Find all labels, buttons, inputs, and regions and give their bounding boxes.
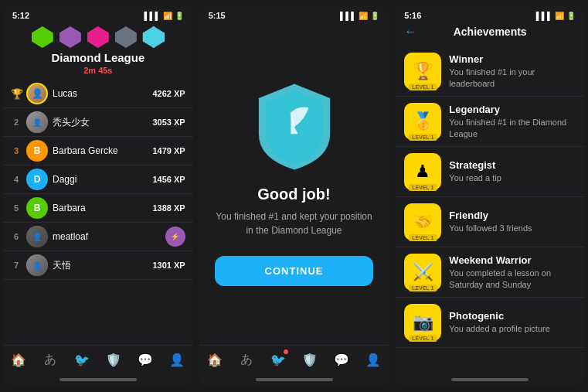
back-button[interactable]: ← <box>404 25 416 39</box>
time-2: 5:15 <box>209 11 226 20</box>
status-bar-3: 5:16 ▌▌▌ 📶 🔋 <box>395 6 585 22</box>
bottom-nav-1: 🏠 あ 🐦 🛡️ 💬 👤 <box>3 345 193 375</box>
list-item: 🏆 LEVEL 1 Winner You finished #1 in your… <box>395 46 585 97</box>
status-icons-3: ▌▌▌ 📶 🔋 <box>536 12 576 20</box>
ach-desc-legendary: You finished #1 in the Diamond League <box>449 117 576 139</box>
gem-gray <box>115 26 137 48</box>
status-icons-2: ▌▌▌ 📶 🔋 <box>340 12 379 20</box>
leaderboard: 🏆 👤 Lucas 4262 XP 2 👤 秃头少女 3053 XP 3 B B… <box>3 80 193 345</box>
list-item: ♟ LEVEL 1 Strategist You read a tip <box>395 147 585 197</box>
status-bar-1: 5:12 ▌▌▌ 📶 🔋 <box>3 6 193 22</box>
ach-desc-photogenic: You added a profile picture <box>449 323 576 334</box>
xp-1: 4262 XP <box>152 89 185 98</box>
level-tag-legendary: LEVEL 1 <box>409 134 437 141</box>
table-row: 2 👤 秃头少女 3053 XP <box>3 108 193 137</box>
table-row: 6 👤 meatloaf ⚡ <box>3 223 193 251</box>
home-indicator-1 <box>59 378 137 381</box>
ach-desc-strategist: You read a tip <box>449 172 576 183</box>
avatar-5: B <box>26 197 48 219</box>
name-6: meatloaf <box>53 231 161 242</box>
ach-name-friendly: Friendly <box>449 210 576 221</box>
list-item: 🤝 LEVEL 1 Friendly You followed 3 friend… <box>395 197 585 247</box>
nav-characters-2[interactable]: 🐦 <box>269 350 287 369</box>
nav-profile-2[interactable]: 👤 <box>364 350 382 369</box>
avatar-7: 👤 <box>26 254 48 276</box>
gem-purple <box>59 26 81 48</box>
xp-2: 3053 XP <box>152 118 185 127</box>
avatar-2: 👤 <box>26 111 48 133</box>
nav-characters[interactable]: 🐦 <box>73 350 91 369</box>
table-row: 4 D Daggi 1456 XP <box>3 165 193 194</box>
signal-icon: ▌▌▌ <box>144 12 160 20</box>
nav-shield[interactable]: 🛡️ <box>104 350 123 369</box>
status-bar-2: 5:15 ▌▌▌ 📶 🔋 <box>199 6 389 22</box>
continue-button[interactable]: CONTINUE <box>215 256 374 286</box>
achievements-list: 🏆 LEVEL 1 Winner You finished #1 in your… <box>395 43 585 375</box>
gem-green <box>32 26 53 48</box>
rank-7: 7 <box>11 261 22 270</box>
good-job-content: Good job! You finished #1 and kept your … <box>199 22 389 345</box>
nav-home-2[interactable]: 🏠 <box>206 350 224 369</box>
ach-name-strategist: Strategist <box>449 159 576 171</box>
nav-profile[interactable]: 👤 <box>168 350 186 369</box>
ach-name-warrior: Weekend Warrior <box>449 254 576 266</box>
nav-chat[interactable]: 💬 <box>136 350 155 369</box>
time-1: 5:12 <box>12 11 29 20</box>
xp-5: 1388 XP <box>152 203 185 213</box>
ach-info-warrior: Weekend Warrior You completed a lesson o… <box>449 254 576 290</box>
xp-4: 1456 XP <box>152 175 185 184</box>
nav-learn[interactable]: あ <box>41 350 59 369</box>
battery-icon-2: 🔋 <box>370 12 379 20</box>
ach-badge-friendly: 🤝 LEVEL 1 <box>404 203 441 240</box>
avatar-3: B <box>26 140 48 162</box>
level-tag-photogenic: LEVEL 1 <box>409 335 437 342</box>
status-icons-1: ▌▌▌ 📶 🔋 <box>144 12 183 20</box>
level-tag-winner: LEVEL 1 <box>409 84 437 90</box>
level-tag-friendly: LEVEL 1 <box>409 234 437 241</box>
list-item: ⚔️ LEVEL 1 Weekend Warrior You completed… <box>395 247 585 298</box>
panel-achievements: 5:16 ▌▌▌ 📶 🔋 ← Achievements 🏆 LEVEL 1 Wi… <box>395 6 585 386</box>
xp-3: 1479 XP <box>152 146 185 155</box>
ach-desc-warrior: You completed a lesson on Saturday and S… <box>449 268 576 290</box>
avatar-6: 👤 <box>26 226 48 247</box>
ach-desc-friendly: You followed 3 friends <box>449 223 576 233</box>
name-2: 秃头少女 <box>53 116 148 129</box>
level-tag-strategist: LEVEL 1 <box>409 184 437 191</box>
home-indicator-2 <box>256 378 333 381</box>
table-row: 🏆 👤 Lucas 4262 XP <box>3 80 193 108</box>
league-title: Diamond League <box>3 51 193 64</box>
gems-row <box>3 22 193 51</box>
level-tag-warrior: LEVEL 1 <box>409 285 437 291</box>
table-row: 7 👤 天悟 1301 XP <box>3 251 193 280</box>
achievements-header: ← Achievements <box>395 22 585 43</box>
shield-trophy <box>248 80 341 173</box>
battery-icon: 🔋 <box>175 12 184 20</box>
name-7: 天悟 <box>53 259 148 272</box>
list-item: 📷 LEVEL 1 Photogenic You added a profile… <box>395 298 585 348</box>
nav-shield-2[interactable]: 🛡️ <box>301 350 319 369</box>
gem-pink <box>87 26 109 48</box>
achievements-title: Achievements <box>454 26 527 38</box>
nav-home[interactable]: 🏠 <box>9 350 28 369</box>
good-job-title: Good job! <box>257 186 330 203</box>
ach-name-photogenic: Photogenic <box>449 310 576 322</box>
xp-7: 1301 XP <box>152 261 185 270</box>
ach-name-legendary: Legendary <box>449 104 576 115</box>
time-3: 5:16 <box>404 11 421 20</box>
rank-2: 2 <box>11 118 22 127</box>
table-row: 5 B Barbara 1388 XP <box>3 194 193 223</box>
ach-info-winner: Winner You finished #1 in your leaderboa… <box>449 53 576 89</box>
ach-badge-strategist: ♟ LEVEL 1 <box>404 153 441 190</box>
ach-desc-winner: You finished #1 in your leaderboard <box>449 66 576 89</box>
xp-badge-6: ⚡ <box>165 227 185 247</box>
rank-6: 6 <box>11 232 22 241</box>
nav-chat-2[interactable]: 💬 <box>332 350 351 369</box>
ach-badge-legendary: 🥇 LEVEL 1 <box>404 103 441 140</box>
list-item: 🥇 LEVEL 1 Legendary You finished #1 in t… <box>395 97 585 147</box>
nav-learn-2[interactable]: あ <box>237 350 256 369</box>
good-job-subtitle: You finished #1 and kept your position i… <box>215 210 374 237</box>
name-3: Barbara Gercke <box>53 145 148 156</box>
wifi-icon: 📶 <box>163 12 172 20</box>
shield-svg <box>248 80 341 173</box>
ach-badge-warrior: ⚔️ LEVEL 1 <box>404 254 441 291</box>
